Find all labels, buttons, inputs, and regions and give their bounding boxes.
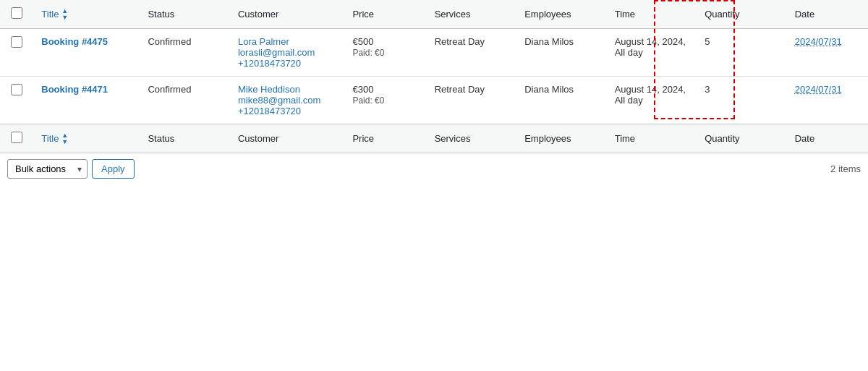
bookings-table: Title ▲▼ Status Customer Price Servic <box>0 0 868 153</box>
row1-paid: Paid: €0 <box>352 48 384 58</box>
row2-checkbox-cell <box>0 77 33 124</box>
row1-title-cell: Booking #4475 <box>33 29 139 77</box>
row1-time-cell: August 14, 2024, All day <box>606 29 697 77</box>
row2-quantity: 3 <box>705 84 710 95</box>
table-header-row: Title ▲▼ Status Customer Price Servic <box>0 0 868 29</box>
row1-booking-link[interactable]: Booking #4475 <box>41 36 130 47</box>
row2-customer-cell: Mike Heddison mike88@gmail.com +12018473… <box>229 77 344 124</box>
footer-employees: Employees <box>516 124 606 153</box>
row2-services-cell: Retreat Day <box>426 77 516 124</box>
header-date: Date <box>786 0 868 29</box>
footer-bar: Bulk actions Apply 2 items <box>0 153 868 184</box>
row1-customer-phone[interactable]: +12018473720 <box>238 58 335 69</box>
header-services: Services <box>426 0 516 29</box>
row2-date: 2024/07/31 <box>795 84 842 95</box>
footer-price: Price <box>344 124 425 153</box>
row2-customer-phone[interactable]: +12018473720 <box>238 106 335 116</box>
header-price: Price <box>344 0 425 29</box>
row2-employees: Diana Milos <box>524 84 574 95</box>
row1-services: Retreat Day <box>435 36 485 47</box>
row1-price: €500 <box>352 36 373 47</box>
row2-checkbox[interactable] <box>11 84 22 95</box>
footer-customer: Customer <box>229 124 344 153</box>
row2-price-cell: €300 Paid: €0 <box>344 77 425 124</box>
table-row: Booking #4471 Confirmed Mike Heddison mi… <box>0 77 868 124</box>
items-count: 2 items <box>830 163 861 174</box>
footer-sort-icon: ▲▼ <box>61 132 68 145</box>
row2-services: Retreat Day <box>435 84 485 95</box>
footer-select-all-checkbox[interactable] <box>11 132 22 143</box>
footer-checkbox-cell <box>0 124 33 153</box>
row2-date-cell: 2024/07/31 <box>786 77 868 124</box>
footer-date: Date <box>786 124 868 153</box>
table-footer-row: Title ▲▼ Status Customer Price Servic <box>0 124 868 153</box>
bulk-actions-select[interactable]: Bulk actions <box>7 159 88 179</box>
footer-title-label[interactable]: Title <box>41 133 59 144</box>
row1-customer-name[interactable]: Lora Palmer <box>238 36 335 47</box>
row2-quantity-cell: 3 <box>696 77 786 124</box>
row1-employees-cell: Diana Milos <box>516 29 606 77</box>
table-row: Booking #4475 Confirmed Lora Palmer lora… <box>0 29 868 77</box>
row1-time: August 14, 2024, All day <box>615 36 686 58</box>
row1-employees: Diana Milos <box>524 36 574 47</box>
header-status: Status <box>139 0 229 29</box>
row1-checkbox-cell <box>0 29 33 77</box>
header-quantity: Quantity <box>696 0 786 29</box>
row1-status: Confirmed <box>148 36 191 47</box>
row2-booking-link[interactable]: Booking #4471 <box>41 84 130 95</box>
row2-customer-name[interactable]: Mike Heddison <box>238 84 335 95</box>
row1-customer-cell: Lora Palmer lorasli@gmail.com +120184737… <box>229 29 344 77</box>
row1-price-cell: €500 Paid: €0 <box>344 29 425 77</box>
select-all-checkbox[interactable] <box>11 7 22 19</box>
header-title: Title ▲▼ <box>33 0 139 29</box>
footer-title: Title ▲▼ <box>33 124 139 153</box>
footer-status: Status <box>139 124 229 153</box>
header-employees: Employees <box>516 0 606 29</box>
apply-button[interactable]: Apply <box>92 159 135 179</box>
row1-customer-email[interactable]: lorasli@gmail.com <box>238 47 335 58</box>
row2-status: Confirmed <box>148 84 191 95</box>
row2-customer-email[interactable]: mike88@gmail.com <box>238 95 335 106</box>
footer-quantity: Quantity <box>696 124 786 153</box>
row2-employees-cell: Diana Milos <box>516 77 606 124</box>
bulk-actions-wrapper: Bulk actions <box>7 159 88 179</box>
row2-paid: Paid: €0 <box>352 95 384 106</box>
row1-status-cell: Confirmed <box>139 29 229 77</box>
footer-services: Services <box>426 124 516 153</box>
row2-time: August 14, 2024, All day <box>615 84 686 106</box>
row2-status-cell: Confirmed <box>139 77 229 124</box>
header-customer: Customer <box>229 0 344 29</box>
row1-quantity: 5 <box>705 36 710 47</box>
row1-services-cell: Retreat Day <box>426 29 516 77</box>
table-container: Title ▲▼ Status Customer Price Servic <box>0 0 868 184</box>
row2-time-cell: August 14, 2024, All day <box>606 77 697 124</box>
row2-title-cell: Booking #4471 <box>33 77 139 124</box>
title-header-label[interactable]: Title <box>41 9 59 20</box>
sort-icon: ▲▼ <box>61 8 68 21</box>
row1-date: 2024/07/31 <box>795 36 842 47</box>
footer-time: Time <box>606 124 697 153</box>
row1-date-cell: 2024/07/31 <box>786 29 868 77</box>
row2-price: €300 <box>352 84 373 95</box>
header-checkbox-cell <box>0 0 33 29</box>
row1-quantity-cell: 5 <box>696 29 786 77</box>
row1-checkbox[interactable] <box>11 36 22 48</box>
header-time: Time <box>606 0 697 29</box>
